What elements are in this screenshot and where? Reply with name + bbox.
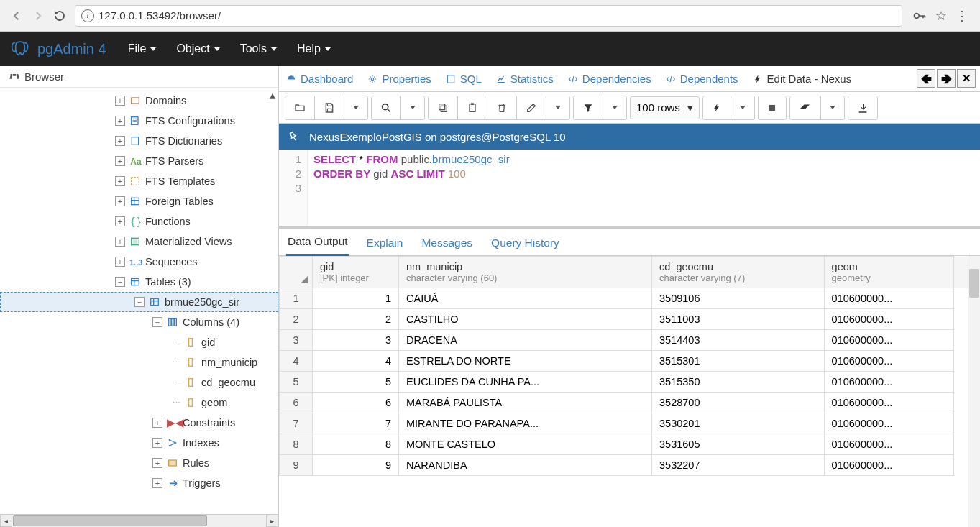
- expand-icon[interactable]: +: [115, 116, 125, 126]
- cell-nm-municip[interactable]: MIRANTE DO PARANAPA...: [399, 413, 652, 434]
- tab-properties[interactable]: Properties: [367, 73, 431, 85]
- menu-help[interactable]: Help: [297, 42, 331, 55]
- tab-nav-next[interactable]: 🡺: [937, 69, 956, 88]
- bookmark-star-icon[interactable]: ☆: [935, 8, 947, 24]
- hscroll-thumb[interactable]: [13, 515, 207, 526]
- cell-geom[interactable]: 010600000...: [824, 393, 954, 413]
- tab-edit-data[interactable]: Edit Data - Nexus: [753, 73, 852, 85]
- expand-icon[interactable]: +: [115, 196, 125, 206]
- open-file-button[interactable]: [285, 96, 315, 119]
- cell-gid[interactable]: 8: [313, 434, 399, 455]
- site-info-icon[interactable]: i: [81, 9, 94, 22]
- cell-nm-municip[interactable]: MONTE CASTELO: [399, 434, 652, 455]
- expand-icon[interactable]: +: [115, 216, 125, 226]
- download-button[interactable]: [848, 96, 877, 119]
- row-number[interactable]: 1: [280, 288, 313, 309]
- cell-nm-municip[interactable]: MARABÁ PAULISTA: [399, 393, 652, 413]
- clear-button[interactable]: [790, 96, 821, 119]
- tree-item[interactable]: +1..3Sequences: [0, 252, 278, 272]
- cell-nm-municip[interactable]: EUCLIDES DA CUNHA PA...: [399, 372, 652, 393]
- cell-geom[interactable]: 010600000...: [824, 434, 954, 455]
- tree-item[interactable]: +{ }Functions: [0, 211, 278, 232]
- cell-geom[interactable]: 010600000...: [824, 351, 954, 372]
- cell-cd-geocmu[interactable]: 3511003: [652, 309, 825, 330]
- cell-gid[interactable]: 1: [313, 288, 399, 309]
- collapse-icon[interactable]: −: [115, 277, 125, 287]
- cell-nm-municip[interactable]: CASTILHO: [399, 309, 652, 330]
- save-dropdown[interactable]: [344, 96, 367, 119]
- expand-icon[interactable]: +: [115, 156, 125, 166]
- table-row[interactable]: 6 6 MARABÁ PAULISTA 3528700 010600000...: [280, 393, 980, 413]
- cell-cd-geocmu[interactable]: 3515301: [652, 351, 825, 372]
- table-row[interactable]: 1 1 CAIUÁ 3509106 010600000...: [280, 288, 980, 309]
- copy-button[interactable]: [429, 96, 458, 119]
- row-number[interactable]: 4: [280, 351, 313, 372]
- table-row[interactable]: 2 2 CASTILHO 3511003 010600000...: [280, 309, 980, 330]
- cell-geom[interactable]: 010600000...: [824, 288, 954, 309]
- sql-editor[interactable]: 123 SELECT * FROM public.brmue250gc_sir …: [279, 150, 980, 229]
- tree-item[interactable]: +Materialized Views: [0, 232, 278, 252]
- execute-dropdown[interactable]: [731, 96, 754, 119]
- expand-icon[interactable]: +: [152, 478, 162, 488]
- editor-code[interactable]: SELECT * FROM public.brmue250gc_sir ORDE…: [308, 150, 516, 226]
- cell-gid[interactable]: 6: [313, 393, 399, 413]
- tree-item[interactable]: +FTS Dictionaries: [0, 131, 278, 151]
- cell-geom[interactable]: 010600000...: [824, 309, 954, 330]
- find-button[interactable]: [372, 96, 401, 119]
- col-header-geom[interactable]: geomgeometry: [824, 257, 954, 288]
- grid-vscroll-thumb[interactable]: [969, 269, 979, 298]
- tab-statistics[interactable]: Statistics: [496, 73, 554, 85]
- tree-item[interactable]: ⋯gid: [0, 332, 278, 352]
- save-button[interactable]: [315, 96, 344, 119]
- grid-vscroll[interactable]: [968, 256, 980, 527]
- cell-nm-municip[interactable]: ESTRELA DO NORTE: [399, 351, 652, 372]
- cell-geom[interactable]: 010600000...: [824, 413, 954, 434]
- tree-item[interactable]: +Indexes: [0, 433, 278, 453]
- expand-icon[interactable]: +: [115, 136, 125, 146]
- tree-item[interactable]: −brmue250gc_sir: [0, 292, 278, 312]
- key-icon[interactable]: [912, 9, 927, 23]
- tree-hscroll[interactable]: ◂ ▸: [0, 514, 278, 527]
- cell-gid[interactable]: 7: [313, 413, 399, 434]
- expand-icon[interactable]: +: [115, 96, 125, 106]
- edit-dropdown[interactable]: [546, 96, 569, 119]
- cell-gid[interactable]: 3: [313, 330, 399, 351]
- tree-item[interactable]: −Tables (3): [0, 272, 278, 292]
- cell-cd-geocmu[interactable]: 3509106: [652, 288, 825, 309]
- data-grid[interactable]: gid[PK] integer nm_municipcharacter vary…: [279, 256, 980, 476]
- browser-reload-button[interactable]: [49, 5, 70, 27]
- expand-icon[interactable]: +: [115, 237, 125, 247]
- tree-item[interactable]: +Foreign Tables: [0, 191, 278, 211]
- menu-file[interactable]: File: [128, 42, 157, 55]
- table-row[interactable]: 3 3 DRACENA 3514403 010600000...: [280, 330, 980, 351]
- row-number[interactable]: 5: [280, 372, 313, 393]
- tree-item[interactable]: ⋯nm_municip: [0, 352, 278, 372]
- tab-sql[interactable]: SQL: [446, 73, 482, 85]
- tree-item[interactable]: +▶◀Constraints: [0, 413, 278, 433]
- expand-icon[interactable]: +: [152, 438, 162, 448]
- cell-cd-geocmu[interactable]: 3530201: [652, 413, 825, 434]
- browser-address-bar[interactable]: i 127.0.0.1:53492/browser/: [75, 5, 902, 27]
- cell-cd-geocmu[interactable]: 3532207: [652, 455, 825, 476]
- tab-dependents[interactable]: Dependents: [666, 73, 738, 85]
- cell-nm-municip[interactable]: NARANDIBA: [399, 455, 652, 476]
- tree-item[interactable]: +FTS Templates: [0, 171, 278, 191]
- menu-tools[interactable]: Tools: [240, 42, 277, 55]
- table-row[interactable]: 4 4 ESTRELA DO NORTE 3515301 010600000..…: [280, 351, 980, 372]
- cell-geom[interactable]: 010600000...: [824, 455, 954, 476]
- edit-button[interactable]: [517, 96, 546, 119]
- rows-limit-select[interactable]: 100 rows▾: [630, 96, 700, 119]
- tree-item[interactable]: ⋯geom: [0, 393, 278, 413]
- grid-corner[interactable]: [280, 257, 313, 288]
- tree-item[interactable]: +Rules: [0, 453, 278, 473]
- result-tab-data-output[interactable]: Data Output: [286, 229, 349, 256]
- pin-icon[interactable]: [285, 129, 301, 145]
- expand-icon[interactable]: +: [152, 418, 162, 428]
- tree-item[interactable]: +FTS Configurations: [0, 111, 278, 131]
- tree-item[interactable]: +AaFTS Parsers: [0, 151, 278, 171]
- filter-button[interactable]: [574, 96, 603, 119]
- result-tab-query-history[interactable]: Query History: [490, 231, 561, 255]
- cell-cd-geocmu[interactable]: 3514403: [652, 330, 825, 351]
- hscroll-left[interactable]: ◂: [0, 515, 12, 527]
- tree-item[interactable]: +Domains: [0, 91, 278, 111]
